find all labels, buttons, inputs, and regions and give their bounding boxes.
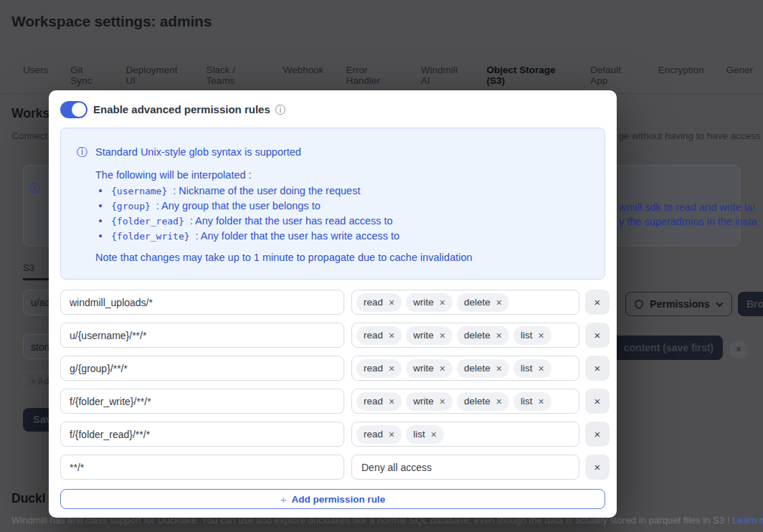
remove-tag-icon[interactable]: × [496, 363, 502, 374]
enable-advanced-permissions-toggle[interactable] [60, 101, 87, 118]
remove-rule-button[interactable]: × [585, 422, 610, 447]
tab-git-sync[interactable]: Git Sync [60, 62, 113, 93]
permission-tag-list: list× [513, 392, 551, 411]
close-icon[interactable]: × [729, 341, 748, 359]
remove-tag-icon[interactable]: × [496, 396, 502, 407]
remove-tag-icon[interactable]: × [440, 363, 445, 374]
remove-tag-icon[interactable]: × [440, 297, 445, 308]
permission-tag-delete: delete× [457, 326, 509, 345]
remove-rule-button[interactable]: × [585, 323, 610, 348]
interpolation-bullet-list: •{username} : Nickname of the user doing… [95, 184, 399, 244]
toggle-label: Enable advanced permission rulesⓘ [93, 103, 285, 117]
remove-tag-icon[interactable]: × [538, 396, 544, 407]
remove-tag-icon[interactable]: × [389, 330, 394, 341]
remove-tag-icon[interactable]: × [496, 297, 502, 308]
tab-encryption[interactable]: Encryption [648, 62, 714, 93]
content-save-first-button[interactable]: content (save first) [606, 336, 723, 360]
permission-rule-row: read×write×delete×list×× [60, 323, 605, 348]
rule-path-input[interactable] [60, 323, 344, 348]
page-title: Workspace settings: admins [11, 13, 212, 30]
permission-tag-label: delete [464, 363, 490, 374]
remove-tag-icon[interactable]: × [538, 330, 544, 341]
settings-tabs: UsersGit SyncDeployment UISlack / TeamsW… [0, 62, 763, 94]
rule-path-input[interactable] [60, 455, 344, 480]
add-permission-rule-button[interactable]: + Add permission rule [60, 489, 605, 509]
remove-rule-button[interactable]: × [585, 455, 610, 480]
remove-tag-icon[interactable]: × [440, 396, 445, 407]
section-description-fragment-right: ge without having to have access t [618, 130, 763, 141]
tab-users[interactable]: Users [13, 62, 58, 93]
remove-rule-button[interactable]: × [585, 290, 610, 315]
permission-rule-row: Deny all access× [60, 455, 605, 480]
tab-s3-storage[interactable]: S3 [23, 262, 34, 273]
rule-path-input[interactable] [60, 356, 344, 381]
workspace-settings-page: Workspace settings: admins UsersGit Sync… [0, 0, 763, 532]
rule-path-input[interactable] [60, 290, 344, 315]
glob-syntax-info-box: ⓘ Standard Unix-style glob syntax is sup… [60, 128, 605, 280]
rule-permissions-box[interactable]: read×write×delete× [351, 290, 579, 315]
remove-tag-icon[interactable]: × [431, 429, 437, 440]
tab-windmill-ai[interactable]: Windmill AI [411, 62, 475, 93]
permission-tag-label: read [364, 297, 383, 308]
permission-tag-list: list× [513, 326, 551, 345]
permission-tag-write: write× [406, 359, 452, 378]
permission-rule-row: read×write×delete×list×× [60, 389, 605, 414]
interpolation-description: : Any folder that the user has write acc… [196, 229, 400, 243]
rule-permissions-box[interactable]: Deny all access [351, 455, 579, 480]
permissions-dropdown-button[interactable]: Permissions [625, 292, 732, 316]
remove-tag-icon[interactable]: × [389, 396, 394, 407]
permission-tag-read: read× [356, 359, 402, 378]
permission-tag-write: write× [406, 293, 452, 312]
tab-error-handler[interactable]: Error Handler [336, 62, 409, 93]
remove-tag-icon[interactable]: × [389, 429, 394, 440]
interpolation-description: : Any folder that the user has read acce… [190, 214, 393, 228]
permission-tag-delete: delete× [457, 392, 509, 411]
browse-button-fragment[interactable]: Brow [738, 292, 763, 316]
tab-slack-teams[interactable]: Slack / Teams [196, 62, 271, 93]
remove-tag-icon[interactable]: × [496, 330, 502, 341]
remove-tag-icon[interactable]: × [538, 363, 544, 374]
permission-rule-row: read×write×delete×list×× [60, 356, 605, 381]
rule-permissions-box[interactable]: read×write×delete×list× [351, 356, 579, 381]
bullet-dot: • [95, 229, 105, 243]
permission-tag-label: read [364, 396, 383, 407]
background-info-line-1: wmill sdk to read and write lar [619, 201, 756, 213]
tab-deployment-ui[interactable]: Deployment UI [116, 62, 194, 93]
interpolation-token: {group} [111, 199, 151, 214]
bullet-dot: • [95, 214, 105, 228]
remove-tag-icon[interactable]: × [440, 330, 445, 341]
remove-rule-button[interactable]: × [585, 389, 610, 414]
permission-tag-label: delete [464, 297, 490, 308]
permission-tag-read: read× [356, 425, 402, 444]
rule-path-input[interactable] [60, 389, 344, 414]
tab-webhook[interactable]: Webhook [273, 62, 334, 93]
permission-tag-label: write [413, 396, 434, 407]
interpolation-description: : Nickname of the user doing the request [173, 184, 360, 198]
background-info-line-2: y the superadmins in the insta [619, 216, 757, 227]
rule-permissions-box[interactable]: read×write×delete×list× [351, 323, 579, 348]
remove-tag-icon[interactable]: × [389, 297, 394, 308]
advanced-permission-rules-modal: Enable advanced permission rulesⓘ ⓘ Stan… [49, 90, 617, 518]
plus-icon: + [31, 376, 38, 386]
permission-tag-write: write× [406, 326, 452, 345]
tab-default-app[interactable]: Default App [580, 62, 645, 93]
info-box-intro: The following will be interpolated : [95, 169, 252, 181]
permission-tag-read: read× [356, 293, 402, 312]
remove-rule-button[interactable]: × [585, 356, 610, 381]
interpolation-token: {folder_read} [111, 214, 184, 229]
interpolation-bullet: •{folder_write} : Any folder that the us… [95, 229, 399, 244]
permission-tag-write: write× [406, 392, 452, 411]
rule-path-input[interactable] [60, 422, 344, 447]
info-icon: ⓘ [275, 104, 285, 115]
tab-gener[interactable]: Gener [716, 62, 763, 93]
permission-tag-delete: delete× [457, 293, 509, 312]
rule-permissions-box[interactable]: read×write×delete×list× [351, 389, 579, 414]
permission-tag-label: write [413, 330, 434, 341]
permission-tag-read: read× [356, 392, 402, 411]
section-heading-fragment: Works [11, 106, 49, 121]
rule-permissions-box[interactable]: read×list× [351, 422, 579, 447]
remove-tag-icon[interactable]: × [389, 363, 394, 374]
permission-tag-read: read× [356, 326, 402, 345]
learn-more-link[interactable]: Learn more [732, 515, 763, 526]
info-icon: ⓘ [77, 146, 87, 159]
